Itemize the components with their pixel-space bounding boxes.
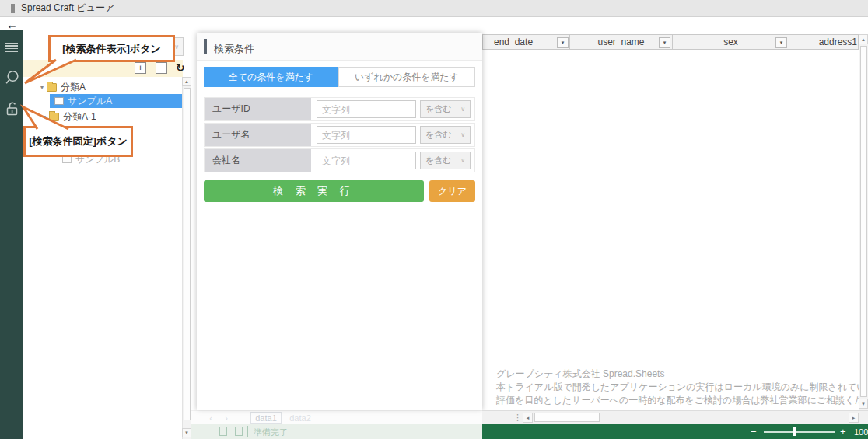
status-doc-icon[interactable] xyxy=(235,427,243,436)
header-accent-bar xyxy=(204,39,207,54)
tree-refresh-button[interactable]: ↻ xyxy=(176,61,185,74)
column-header-end-date[interactable]: end_date ▾ xyxy=(482,34,570,50)
sheet-tab-data2[interactable]: data2 xyxy=(285,412,316,424)
callout-search-show-tail xyxy=(19,57,82,89)
status-doc-icon[interactable] xyxy=(219,427,227,436)
operator-select[interactable]: を含む ∨ xyxy=(420,126,471,144)
panel-header: 検索条件 xyxy=(197,33,482,61)
search-execute-button[interactable]: 検 索 実 行 xyxy=(204,180,424,202)
menu-lines-glyph xyxy=(5,43,18,53)
callout-search-pin-tail xyxy=(17,103,79,131)
status-ready-text: 準備完了 xyxy=(254,427,288,438)
form-row-user-name: ユーザ名 を含む ∨ xyxy=(204,123,475,147)
zoom-level-text: 100% xyxy=(854,427,868,437)
status-bar-left: 準備完了 xyxy=(191,424,482,439)
column-label: sex xyxy=(723,37,738,47)
zoom-slider-track[interactable] xyxy=(764,431,835,433)
grip-icon[interactable]: ⋮ xyxy=(513,413,522,423)
form-row-user-id: ユーザID を含む ∨ xyxy=(204,97,475,121)
trial-notice-line1: グレープシティ株式会社 Spread.Sheets xyxy=(496,368,664,381)
zoom-out-icon[interactable]: − xyxy=(751,426,757,437)
scroll-down-icon[interactable]: ▼ xyxy=(859,399,868,409)
sheet-hscrollbar[interactable]: ⋮ ◄ ► xyxy=(482,410,868,424)
search-condition-panel: 検索条件 全ての条件を満たす いずれかの条件を満たす ユーザID を含む ∨ ユ… xyxy=(197,33,482,410)
trial-notice-line3: 評価を目的としたサーバーへの一時的な配布をご検討の場合は弊社営業部にご相談くださ… xyxy=(496,394,868,407)
menu-icon[interactable] xyxy=(5,40,19,55)
trial-notice-line2: 本トライアル版で開発したアプリケーションの実行はローカル環境のみに制限されていま… xyxy=(496,381,868,394)
filter-dropdown-icon[interactable]: ▾ xyxy=(659,37,670,48)
search-glyph xyxy=(5,70,19,86)
scroll-right-icon[interactable]: ► xyxy=(849,413,859,423)
tree-scrollbar-thumb[interactable] xyxy=(184,88,191,420)
form-row-company: 会社名 を含む ∨ xyxy=(204,148,475,172)
sheet-tab-strip: ‹ › data1 data2 xyxy=(191,410,482,424)
panel-title: 検索条件 xyxy=(214,42,254,56)
column-label: user_name xyxy=(597,37,644,47)
scroll-up-icon[interactable]: ▲ xyxy=(859,34,868,44)
status-divider xyxy=(247,426,248,437)
scroll-left-icon[interactable]: ◄ xyxy=(523,413,533,423)
field-label: ユーザ名 xyxy=(205,124,311,146)
operator-select[interactable]: を含む ∨ xyxy=(420,100,471,118)
title-bar: Spread Craft ビューア xyxy=(0,0,868,17)
chevron-down-icon: ∨ xyxy=(460,106,465,113)
app-title: Spread Craft ビューア xyxy=(21,2,114,15)
user-name-input[interactable] xyxy=(317,126,416,144)
tab-next-icon[interactable]: › xyxy=(221,412,232,424)
column-label: end_date xyxy=(494,37,533,47)
tab-match-any[interactable]: いずれかの条件を満たす xyxy=(338,67,475,87)
tree-expand-button[interactable]: + xyxy=(135,62,146,74)
callout-text: [検索条件固定]ボタン xyxy=(29,134,128,148)
company-input[interactable] xyxy=(317,152,416,169)
operator-value: を含む xyxy=(425,129,452,141)
search-icon[interactable] xyxy=(5,70,19,85)
field-label: 会社名 xyxy=(205,149,311,172)
column-header-address1[interactable]: address1 xyxy=(789,34,859,50)
chevron-down-icon: ∨ xyxy=(460,131,465,138)
scroll-up-icon[interactable]: ▲ xyxy=(182,77,191,86)
app-icon xyxy=(11,4,15,13)
field-label: ユーザID xyxy=(205,98,311,120)
status-bar-right: − + 100% xyxy=(482,424,868,439)
tree-scrollbar[interactable]: ▲ ▼ xyxy=(182,77,191,439)
clear-button[interactable]: クリア xyxy=(429,180,475,202)
filter-dropdown-icon[interactable]: ▾ xyxy=(775,37,787,48)
tree-collapse-button[interactable]: − xyxy=(156,62,167,74)
operator-value: を含む xyxy=(425,155,452,166)
left-sidebar xyxy=(0,30,23,439)
hscrollbar-thumb[interactable] xyxy=(534,413,600,422)
filter-dropdown-icon[interactable]: ▾ xyxy=(557,37,569,48)
zoom-in-icon[interactable]: + xyxy=(840,426,846,437)
sheet-vscrollbar[interactable]: ▲ ▼ xyxy=(859,34,868,410)
chevron-down-icon: ∨ xyxy=(460,157,465,164)
callout-text: [検索条件表示]ボタン xyxy=(62,42,161,56)
column-header-sex[interactable]: sex ▾ xyxy=(673,34,789,50)
scroll-down-icon[interactable]: ▼ xyxy=(182,428,191,437)
user-id-input[interactable] xyxy=(317,100,416,118)
zoom-slider-handle[interactable] xyxy=(793,427,796,436)
sheet-vscrollbar-thumb[interactable] xyxy=(860,46,867,397)
column-label: address1 xyxy=(819,37,857,47)
column-header-user-name[interactable]: user_name ▾ xyxy=(570,34,673,50)
tab-prev-icon[interactable]: ‹ xyxy=(205,412,216,424)
operator-select[interactable]: を含む ∨ xyxy=(420,152,471,169)
sheet-tab-data1[interactable]: data1 xyxy=(250,412,282,424)
tab-match-all[interactable]: 全ての条件を満たす xyxy=(204,67,338,87)
operator-value: を含む xyxy=(425,103,452,115)
chevron-down-icon: ∨ xyxy=(174,44,179,51)
